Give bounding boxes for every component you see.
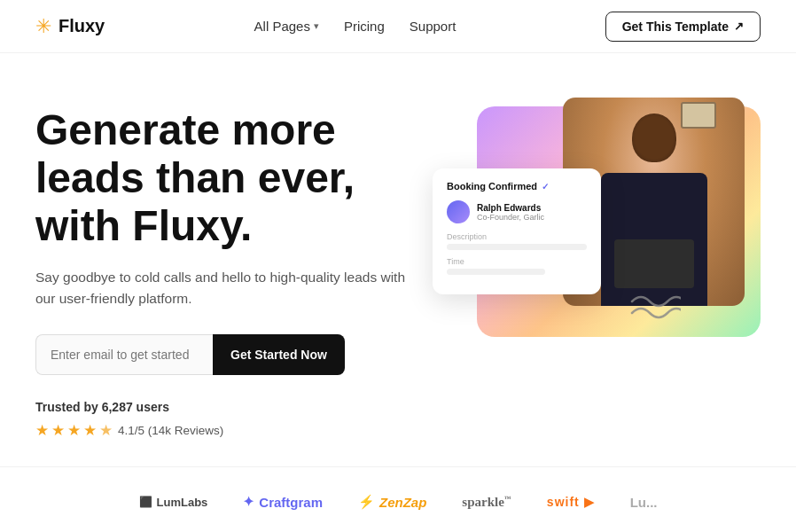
star-2: ★ xyxy=(51,421,65,440)
logo-sparkle: sparkle™ xyxy=(462,495,511,510)
logos-section: ⬛ LumLabs ✦ Craftgram ⚡ ZenZap sparkle™ … xyxy=(0,466,796,510)
nav-support[interactable]: Support xyxy=(410,19,457,34)
nav-links: All Pages ▾ Pricing Support xyxy=(254,19,457,34)
logo-zenzap: ⚡ ZenZap xyxy=(358,494,426,510)
user-avatar xyxy=(447,200,470,223)
star-icons: ★ ★ ★ ★ ★ xyxy=(35,421,113,440)
lumlabs-icon: ⬛ xyxy=(139,496,152,508)
chevron-down-icon: ▾ xyxy=(314,20,319,32)
check-icon: ✓ xyxy=(542,182,549,192)
get-started-button[interactable]: Get Started Now xyxy=(213,334,345,375)
hero-form: Get Started Now xyxy=(35,334,408,375)
booking-user: Ralph Edwards Co-Founder, Garlic xyxy=(447,200,587,223)
person-head xyxy=(632,113,676,162)
user-name: Ralph Edwards xyxy=(477,203,544,213)
star-half: ★ xyxy=(99,421,113,440)
rating-text: 4.1/5 (14k Reviews) xyxy=(118,424,223,437)
wavy-decoration xyxy=(628,288,681,332)
star-1: ★ xyxy=(35,421,49,440)
booking-card: Booking Confirmed ✓ Ralph Edwards Co-Fou… xyxy=(433,168,601,294)
logo-lu: Lu... xyxy=(630,495,658,510)
email-input[interactable] xyxy=(35,334,213,375)
craftgram-icon: ✦ xyxy=(243,494,254,510)
logo-craftgram: ✦ Craftgram xyxy=(243,494,323,510)
hero-content: Generate more leads than ever, with Flux… xyxy=(35,106,408,440)
logo-icon: ✳ xyxy=(35,15,51,38)
hero-title: Generate more leads than ever, with Flux… xyxy=(35,106,408,249)
booking-title-text: Booking Confirmed xyxy=(447,181,537,192)
zenzap-icon: ⚡ xyxy=(358,494,375,510)
laptop-image xyxy=(614,239,694,288)
navigation: ✳ Fluxy All Pages ▾ Pricing Support Get … xyxy=(0,0,796,53)
get-template-button[interactable]: Get This Template ↗ xyxy=(605,12,761,42)
description-bar xyxy=(447,244,587,250)
person-body xyxy=(601,173,707,306)
time-bar xyxy=(447,269,545,275)
description-label: Description xyxy=(447,232,587,241)
logo-lumlabs: ⬛ LumLabs xyxy=(139,496,208,509)
booking-title: Booking Confirmed ✓ xyxy=(447,181,587,192)
brand-name: Fluxy xyxy=(59,16,105,36)
user-role: Co-Founder, Garlic xyxy=(477,213,544,222)
trusted-text: Trusted by 6,287 users xyxy=(35,400,408,414)
brand-logo[interactable]: ✳ Fluxy xyxy=(35,15,105,38)
rating-row: ★ ★ ★ ★ ★ 4.1/5 (14k Reviews) xyxy=(35,421,408,440)
hero-illustration: Booking Confirmed ✓ Ralph Edwards Co-Fou… xyxy=(433,98,761,399)
arrow-icon: ↗ xyxy=(734,20,744,33)
picture-frame xyxy=(681,102,716,129)
star-4: ★ xyxy=(83,421,97,440)
hero-section: Generate more leads than ever, with Flux… xyxy=(0,53,796,440)
user-info: Ralph Edwards Co-Founder, Garlic xyxy=(477,203,544,222)
star-3: ★ xyxy=(67,421,81,440)
nav-pricing[interactable]: Pricing xyxy=(344,19,385,34)
logo-swift: swift ▶ xyxy=(547,495,595,509)
description-field: Description xyxy=(447,232,587,250)
nav-all-pages[interactable]: All Pages ▾ xyxy=(254,19,319,34)
time-label: Time xyxy=(447,257,587,266)
hero-subtitle: Say goodbye to cold calls and hello to h… xyxy=(35,267,408,309)
time-field: Time xyxy=(447,257,587,275)
